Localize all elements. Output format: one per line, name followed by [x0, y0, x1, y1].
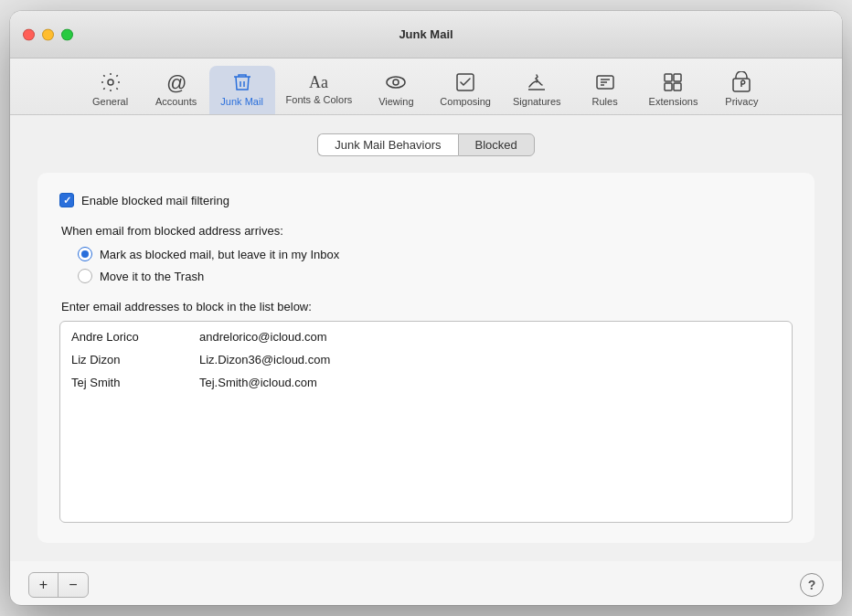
- svg-rect-15: [665, 83, 672, 90]
- tab-junk-mail[interactable]: Junk Mail: [209, 66, 275, 114]
- table-row: Tej Smith Tej.Smith@icloud.com: [60, 371, 792, 394]
- email-list[interactable]: Andre Lorico andrelorico@icloud.com Liz …: [59, 321, 793, 523]
- tab-fonts-colors[interactable]: Aa Fonts & Colors: [275, 66, 364, 114]
- junk-mail-icon: [231, 71, 253, 93]
- enable-filter-checkbox[interactable]: [59, 193, 74, 207]
- settings-panel: Enable blocked mail filtering When email…: [37, 173, 815, 543]
- extensions-label: Extensions: [649, 96, 698, 107]
- rules-label: Rules: [592, 96, 618, 107]
- email-list-inner: Andre Lorico andrelorico@icloud.com Liz …: [60, 322, 792, 398]
- table-row: Andre Lorico andrelorico@icloud.com: [60, 325, 792, 348]
- junk-mail-label: Junk Mail: [220, 96, 262, 107]
- tab-rules[interactable]: Rules: [572, 66, 638, 114]
- minimize-button[interactable]: [42, 28, 54, 40]
- enable-filter-row: Enable blocked mail filtering: [59, 193, 793, 207]
- enable-filter-label: Enable blocked mail filtering: [81, 194, 229, 207]
- email-name-3: Tej Smith: [71, 376, 199, 389]
- email-addr-2: Liz.Dizon36@icloud.com: [199, 353, 330, 366]
- svg-text:@: @: [165, 71, 186, 93]
- signatures-icon: [526, 71, 548, 93]
- svg-point-6: [393, 80, 399, 85]
- email-addr-1: andrelorico@icloud.com: [199, 330, 327, 344]
- viewing-label: Viewing: [378, 96, 413, 107]
- radio-row-2: Move it to the Trash: [78, 269, 793, 283]
- extensions-icon: [662, 71, 684, 93]
- privacy-label: Privacy: [725, 96, 758, 107]
- tab-composing[interactable]: Composing: [429, 66, 502, 114]
- accounts-label: Accounts: [155, 96, 197, 107]
- radio-row-1: Mark as blocked mail, but leave it in my…: [78, 247, 793, 261]
- email-addr-3: Tej.Smith@icloud.com: [199, 376, 317, 389]
- radio-mark-blocked[interactable]: [78, 247, 92, 261]
- maximize-button[interactable]: [61, 28, 73, 40]
- composing-label: Composing: [440, 96, 491, 107]
- remove-button[interactable]: −: [59, 573, 88, 597]
- signatures-label: Signatures: [513, 96, 561, 107]
- fonts-label: Fonts & Colors: [286, 94, 353, 105]
- general-label: General: [92, 96, 128, 107]
- window-controls: [23, 28, 73, 40]
- tab-signatures[interactable]: Signatures: [502, 66, 572, 114]
- svg-rect-16: [674, 83, 681, 90]
- fonts-icon: Aa: [307, 71, 331, 91]
- general-icon: [100, 71, 122, 93]
- radio-move-trash[interactable]: [78, 269, 92, 283]
- main-window: Junk Mail General @ Accounts: [10, 11, 842, 605]
- toolbar: General @ Accounts Junk Mail: [10, 58, 842, 115]
- svg-text:Aa: Aa: [309, 73, 328, 91]
- accounts-icon: @: [165, 71, 187, 93]
- email-name-1: Andre Lorico: [71, 330, 199, 344]
- composing-icon: [454, 71, 476, 93]
- radio-mark-blocked-label: Mark as blocked mail, but leave it in my…: [100, 248, 339, 261]
- tab-privacy[interactable]: Privacy: [708, 66, 774, 114]
- segmented-control: Junk Mail Behaviors Blocked: [37, 133, 815, 156]
- viewing-icon: [385, 71, 407, 93]
- radio-move-trash-label: Move it to the Trash: [100, 270, 204, 283]
- svg-point-0: [108, 80, 113, 85]
- email-name-2: Liz Dizon: [71, 353, 199, 366]
- list-description: Enter email addresses to block in the li…: [61, 300, 793, 313]
- tab-extensions[interactable]: Extensions: [638, 66, 709, 114]
- rules-icon: [594, 71, 616, 93]
- tab-general[interactable]: General: [78, 66, 144, 114]
- help-button[interactable]: ?: [800, 573, 824, 597]
- svg-rect-14: [674, 74, 681, 81]
- tab-accounts[interactable]: @ Accounts: [144, 66, 209, 114]
- window-title: Junk Mail: [399, 27, 453, 41]
- svg-point-5: [387, 77, 405, 88]
- seg-junk-mail-behaviors[interactable]: Junk Mail Behaviors: [317, 133, 457, 156]
- when-email-description: When email from blocked address arrives:: [61, 224, 793, 238]
- titlebar: Junk Mail: [10, 11, 842, 58]
- close-button[interactable]: [23, 28, 35, 40]
- svg-rect-13: [665, 74, 672, 81]
- privacy-icon: [730, 71, 752, 93]
- tab-viewing[interactable]: Viewing: [363, 66, 429, 114]
- bottom-bar: + − ?: [10, 561, 842, 605]
- table-row: Liz Dizon Liz.Dizon36@icloud.com: [60, 348, 792, 371]
- content-area: Junk Mail Behaviors Blocked Enable block…: [10, 115, 842, 561]
- add-remove-group: + −: [28, 572, 89, 598]
- radio-group: Mark as blocked mail, but leave it in my…: [78, 247, 793, 283]
- add-button[interactable]: +: [29, 573, 59, 597]
- seg-blocked[interactable]: Blocked: [458, 133, 535, 156]
